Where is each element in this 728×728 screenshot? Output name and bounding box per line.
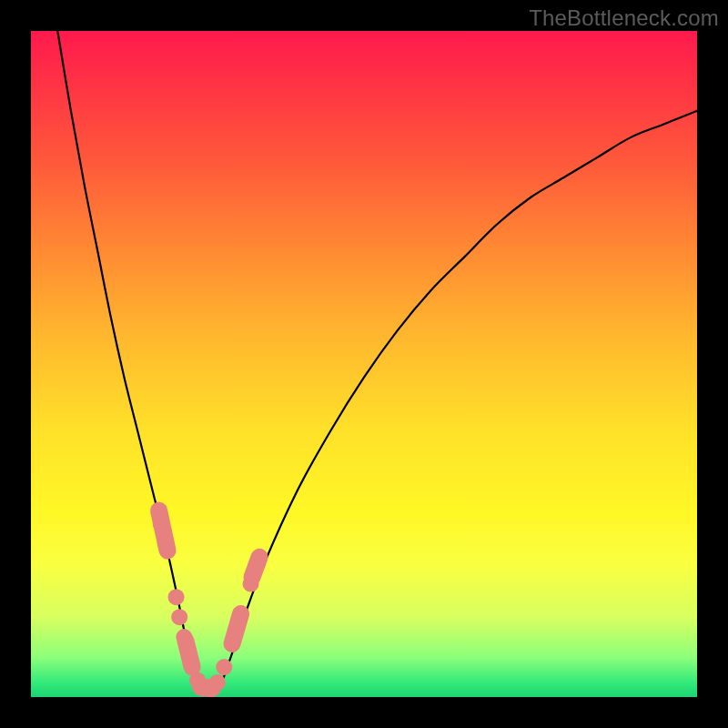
marker-dot	[216, 659, 232, 675]
marker-dot	[230, 612, 247, 629]
marker-dot	[176, 629, 192, 645]
marker-dot	[183, 655, 199, 672]
marker-dot	[249, 556, 266, 572]
marker-dot	[168, 589, 185, 605]
marker-dot	[157, 536, 174, 552]
curve-svg	[31, 31, 697, 697]
chart-plot-area	[31, 31, 697, 697]
watermark-text: TheBottleneck.com	[529, 5, 719, 31]
marker-dot	[226, 629, 242, 645]
marker-dot	[209, 674, 226, 691]
marker-dot	[153, 516, 169, 532]
marker-dot	[171, 609, 187, 625]
marker-dot	[243, 576, 259, 592]
bottleneck-curve-line	[57, 31, 697, 693]
